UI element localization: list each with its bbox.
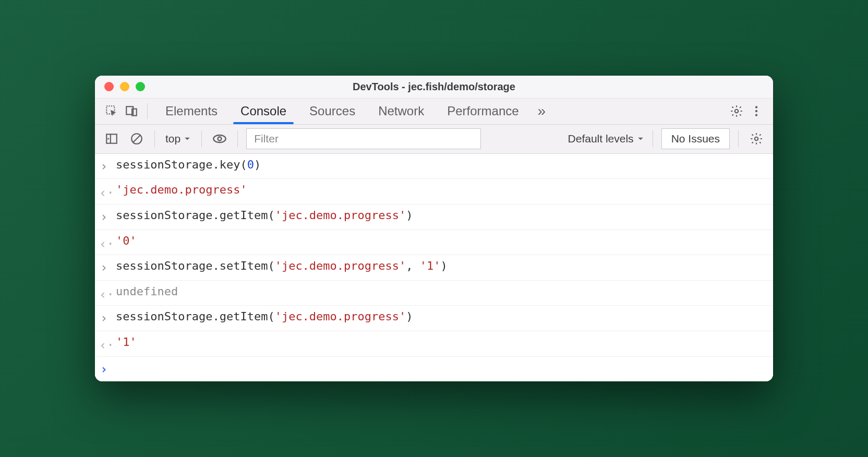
- console-input-row: ›sessionStorage.getItem('jec.demo.progre…: [95, 205, 773, 230]
- console-code: '0': [116, 233, 137, 249]
- tab-sources[interactable]: Sources: [298, 99, 367, 124]
- svg-point-6: [755, 114, 757, 116]
- chevron-down-icon: [637, 135, 644, 142]
- output-arrow-icon: ‹·: [100, 182, 116, 201]
- svg-point-5: [755, 110, 757, 112]
- console-code: sessionStorage.key(0): [116, 157, 261, 173]
- chevron-right-icon: ›: [100, 208, 116, 226]
- sidebar-toggle-icon[interactable]: [102, 129, 121, 148]
- console-output: ›sessionStorage.key(0)‹·'jec.demo.progre…: [95, 154, 773, 381]
- console-code: 'jec.demo.progress': [116, 182, 247, 198]
- output-arrow-icon: ‹·: [100, 284, 116, 303]
- live-expression-icon[interactable]: [210, 129, 229, 148]
- clear-console-icon[interactable]: [127, 129, 146, 148]
- context-label: top: [165, 133, 180, 145]
- svg-point-11: [214, 135, 226, 142]
- console-code: sessionStorage.getItem('jec.demo.progres…: [116, 309, 413, 325]
- tabs-overflow-button[interactable]: »: [532, 103, 552, 119]
- filter-input[interactable]: [246, 128, 481, 149]
- inspect-element-icon[interactable]: [102, 102, 121, 121]
- log-level-label: Default levels: [568, 133, 634, 145]
- chevron-right-icon: ›: [100, 258, 116, 277]
- console-input-row: ›sessionStorage.key(0): [95, 154, 773, 179]
- console-settings-icon[interactable]: [747, 129, 766, 148]
- output-arrow-icon: ‹·: [100, 334, 116, 353]
- console-output-row: ‹·'0': [95, 230, 773, 256]
- console-output-row: ‹·'jec.demo.progress': [95, 179, 773, 205]
- console-code: sessionStorage.setItem('jec.demo.progres…: [116, 258, 448, 274]
- chevron-down-icon: [184, 135, 191, 142]
- main-toolbar: ElementsConsoleSourcesNetworkPerformance…: [95, 99, 773, 125]
- console-input-row: ›sessionStorage.getItem('jec.demo.progre…: [95, 306, 773, 331]
- prompt-chevron-icon: ›: [100, 360, 116, 379]
- issues-button[interactable]: No Issues: [661, 128, 730, 149]
- svg-point-13: [755, 137, 758, 141]
- console-prompt-row[interactable]: ›: [95, 357, 773, 382]
- svg-point-12: [218, 137, 222, 141]
- tab-elements[interactable]: Elements: [154, 99, 229, 124]
- chevron-right-icon: ›: [100, 157, 116, 176]
- output-arrow-icon: ‹·: [100, 233, 116, 252]
- title-bar: DevTools - jec.fish/demo/storage: [95, 76, 773, 99]
- console-filter-bar: top Default levels No Issues: [95, 125, 773, 154]
- svg-point-4: [755, 106, 757, 109]
- device-toggle-icon[interactable]: [122, 102, 141, 121]
- context-selector[interactable]: top: [163, 133, 193, 145]
- log-level-selector[interactable]: Default levels: [568, 133, 644, 145]
- console-code: '1': [116, 334, 137, 351]
- tab-performance[interactable]: Performance: [436, 99, 530, 124]
- console-code: sessionStorage.getItem('jec.demo.progres…: [116, 208, 413, 224]
- tab-network[interactable]: Network: [367, 99, 436, 124]
- console-code: undefined: [116, 284, 178, 300]
- window-title: DevTools - jec.fish/demo/storage: [95, 81, 773, 93]
- svg-line-10: [134, 136, 140, 142]
- console-output-row: ‹·undefined: [95, 281, 773, 306]
- settings-icon[interactable]: [727, 102, 746, 121]
- devtools-window: DevTools - jec.fish/demo/storage Element…: [95, 76, 773, 381]
- tabs: ElementsConsoleSourcesNetworkPerformance: [154, 99, 531, 124]
- svg-point-3: [735, 110, 739, 113]
- chevron-right-icon: ›: [100, 309, 116, 328]
- console-input-row: ›sessionStorage.setItem('jec.demo.progre…: [95, 255, 773, 281]
- more-icon[interactable]: [747, 102, 766, 121]
- console-output-row: ‹·'1': [95, 331, 773, 357]
- tab-console[interactable]: Console: [229, 99, 298, 124]
